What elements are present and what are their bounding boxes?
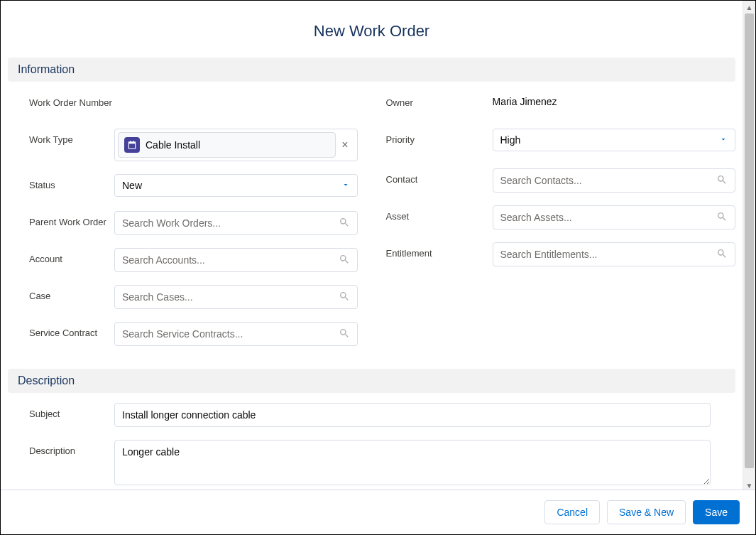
save-and-new-button[interactable]: Save & New xyxy=(607,500,686,524)
subject-input[interactable] xyxy=(114,403,711,427)
save-button[interactable]: Save xyxy=(693,500,740,524)
parent-work-order-input[interactable] xyxy=(122,212,339,234)
chevron-down-icon xyxy=(341,180,350,191)
contact-lookup[interactable] xyxy=(493,168,736,193)
vertical-scrollbar[interactable]: ▲ ▼ xyxy=(743,1,755,492)
search-icon xyxy=(339,328,350,341)
label-owner: Owner xyxy=(386,92,493,108)
work-type-icon xyxy=(124,137,140,153)
scrollbar-thumb[interactable] xyxy=(745,13,754,468)
search-icon xyxy=(716,248,728,261)
label-work-order-number: Work Order Number xyxy=(8,92,114,108)
entitlement-input[interactable] xyxy=(500,243,717,266)
case-lookup[interactable] xyxy=(114,285,358,309)
search-icon xyxy=(716,174,728,188)
label-asset: Asset xyxy=(386,205,493,222)
label-status: Status xyxy=(8,174,114,190)
section-header-description: Description xyxy=(8,369,735,393)
description-textarea[interactable] xyxy=(114,440,711,485)
status-selected: New xyxy=(122,180,341,191)
priority-selected: High xyxy=(500,134,720,146)
search-icon xyxy=(339,217,350,230)
section-header-information: Information xyxy=(8,58,735,82)
owner-value: Maria Jimenez xyxy=(493,92,736,107)
footer-actions: Cancel Save & New Save xyxy=(1,490,755,534)
parent-work-order-lookup[interactable] xyxy=(114,211,358,235)
work-type-chip-text: Cable Install xyxy=(146,139,329,151)
label-work-type: Work Type xyxy=(8,129,114,145)
close-icon[interactable]: × xyxy=(336,139,354,151)
cancel-button[interactable]: Cancel xyxy=(544,500,600,524)
page-title: New Work Order xyxy=(8,8,735,58)
service-contract-lookup[interactable] xyxy=(114,322,358,346)
search-icon xyxy=(339,291,350,304)
priority-picklist[interactable]: High xyxy=(493,129,736,151)
account-input[interactable] xyxy=(122,249,339,271)
entitlement-lookup[interactable] xyxy=(493,242,736,266)
account-lookup[interactable] xyxy=(114,248,358,272)
asset-lookup[interactable] xyxy=(493,205,736,229)
label-service-contract: Service Contract xyxy=(8,322,114,338)
service-contract-input[interactable] xyxy=(122,323,339,345)
label-description: Description xyxy=(8,440,114,456)
contact-input[interactable] xyxy=(500,169,717,192)
work-type-lookup[interactable]: Cable Install × xyxy=(114,129,358,161)
chevron-down-icon xyxy=(719,134,728,146)
label-subject: Subject xyxy=(8,403,114,419)
case-input[interactable] xyxy=(122,286,339,308)
scroll-up-arrow-icon[interactable]: ▲ xyxy=(743,1,755,13)
label-entitlement: Entitlement xyxy=(386,242,493,259)
search-icon xyxy=(716,211,728,225)
status-picklist[interactable]: New xyxy=(114,174,358,197)
label-priority: Priority xyxy=(386,129,493,145)
search-icon xyxy=(339,254,350,267)
label-contact: Contact xyxy=(386,168,493,185)
label-account: Account xyxy=(8,248,114,264)
label-parent-work-order: Parent Work Order xyxy=(8,211,114,227)
asset-input[interactable] xyxy=(500,206,717,229)
label-case: Case xyxy=(8,285,114,301)
